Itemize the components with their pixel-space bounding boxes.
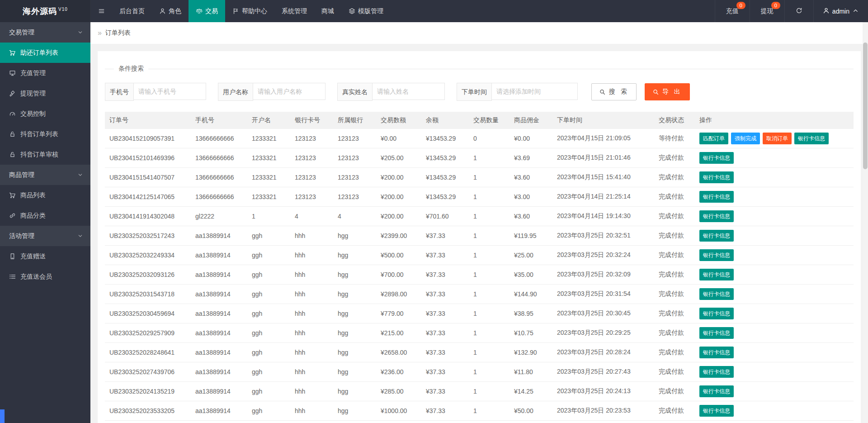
topnav-item-6[interactable]: 模版管理 <box>341 0 391 22</box>
bank-order-button[interactable]: 银行卡信息 <box>699 152 734 164</box>
bank-order-button[interactable]: 银行卡信息 <box>699 347 734 358</box>
search-field-input-2[interactable] <box>373 83 445 100</box>
sidebar-scrollbar-thumb[interactable] <box>0 409 5 423</box>
cell: 2023年03月25日 20:28:24 <box>552 343 654 362</box>
search-field-input-3[interactable] <box>492 83 578 100</box>
search-field-input-0[interactable] <box>134 83 206 100</box>
sidebar-item-12[interactable]: 充值送会员 <box>0 266 90 287</box>
menu-toggle-button[interactable] <box>91 0 112 22</box>
topnav-item-3[interactable]: 帮助中心 <box>225 0 274 22</box>
bank-order-button[interactable]: 银行卡信息 <box>699 288 734 300</box>
sidebar-group-10[interactable]: 活动管理 <box>0 226 90 246</box>
sidebar-label: 商品分类 <box>20 212 46 220</box>
cell: 2023年04月15日 21:09:05 <box>552 129 654 148</box>
cell: 2023年03月25日 20:32:51 <box>552 226 654 246</box>
order-id: UB2303252023533205 <box>105 401 191 421</box>
cell: ¥37.33 <box>421 265 469 285</box>
cell: ggh <box>247 265 290 285</box>
force-order-button[interactable]: 强制完成 <box>731 133 760 144</box>
table-row-2: UB23041515414075071366666666612333211231… <box>105 168 854 187</box>
bank-order-button[interactable]: 银行卡信息 <box>699 366 734 378</box>
col-header-7: 交易数量 <box>469 112 509 129</box>
table-row-12: UB2303252027439706aa13889914gghhhhhgg¥23… <box>105 362 854 382</box>
sidebar-item-1[interactable]: 助还订单列表 <box>0 43 90 63</box>
bank-order-button[interactable]: 银行卡信息 <box>699 405 734 417</box>
bank-order-button[interactable]: 银行卡信息 <box>699 327 734 339</box>
actions-cell: 银行卡信息 <box>695 382 854 401</box>
sidebar-item-6[interactable]: 抖音订单审核 <box>0 144 90 165</box>
cell: ¥38.95 <box>509 304 552 323</box>
topnav-item-label: 后台首页 <box>119 7 145 15</box>
cell: aa13889914 <box>191 401 247 421</box>
cell: 2023年03月25日 20:24:13 <box>552 382 654 401</box>
col-header-3: 银行卡号 <box>290 112 333 129</box>
cell: hgg <box>333 304 376 323</box>
cell: 2023年03月25日 20:27:43 <box>552 362 654 382</box>
cell: 2023年04月15日 21:01:46 <box>552 148 654 168</box>
cell: hgg <box>333 226 376 246</box>
cell: ¥13453.29 <box>421 148 469 168</box>
bank-order-button[interactable]: 银行卡信息 <box>699 210 734 222</box>
match-order-button[interactable]: 匹配订单 <box>699 133 728 144</box>
order-id: UB2304142125147065 <box>105 187 191 207</box>
bank-order-button[interactable]: 银行卡信息 <box>699 171 734 183</box>
vertical-scrollbar[interactable] <box>863 22 868 423</box>
topnav-item-0[interactable]: 后台首页 <box>112 0 152 22</box>
cell: ¥37.33 <box>421 304 469 323</box>
bank-order-button[interactable]: 银行卡信息 <box>794 133 829 144</box>
search-field-label: 用户名称 <box>218 83 253 101</box>
cell: 1 <box>469 285 509 304</box>
refresh-button[interactable] <box>784 0 813 22</box>
status-text: 完成付款 <box>654 323 695 343</box>
sidebar-item-4[interactable]: 交易控制 <box>0 104 90 124</box>
bank-order-button[interactable]: 银行卡信息 <box>699 385 734 397</box>
sidebar-item-8[interactable]: 商品列表 <box>0 185 90 205</box>
sidebar-item-2[interactable]: 充值管理 <box>0 63 90 83</box>
search-field-group-2: 真实姓名 <box>337 83 445 101</box>
cell: 123123 <box>333 148 376 168</box>
cell: hgg <box>333 323 376 343</box>
phone-icon <box>9 253 16 260</box>
cell: ¥25.00 <box>509 246 552 265</box>
status-text: 完成付款 <box>654 343 695 362</box>
topnav-item-2[interactable]: 交易 <box>189 0 225 22</box>
cell: 4 <box>290 207 333 226</box>
export-button[interactable]: 导 出 <box>645 83 690 100</box>
sidebar-item-5[interactable]: 抖音订单列表 <box>0 124 90 144</box>
col-header-2: 开户名 <box>247 112 290 129</box>
topnav-item-1[interactable]: 角色 <box>152 0 189 22</box>
user-menu[interactable]: admin <box>813 0 868 22</box>
cell: ¥35.00 <box>509 265 552 285</box>
sidebar-group-0[interactable]: 交易管理 <box>0 22 90 43</box>
topnav-item-4[interactable]: 系统管理 <box>274 0 314 22</box>
search-field-input-1[interactable] <box>253 83 326 100</box>
order-id: UB2303252028248641 <box>105 343 191 362</box>
topnav-item-5[interactable]: 商城 <box>314 0 341 22</box>
search-fieldset: 条件搜索 <box>105 65 854 73</box>
search-button[interactable]: 搜 索 <box>591 83 637 100</box>
withdraw-notice-button[interactable]: 提现 0 <box>750 0 784 22</box>
search-button-label: 搜 索 <box>609 88 629 96</box>
search-field-label: 手机号 <box>105 83 134 101</box>
sidebar-item-3[interactable]: 提现管理 <box>0 83 90 104</box>
recharge-notice-button[interactable]: 充值 0 <box>715 0 750 22</box>
bank-order-button[interactable]: 银行卡信息 <box>699 308 734 319</box>
topbar: 海外源码V10 后台首页角色交易帮助中心系统管理商城模版管理 充值 0 提现 0… <box>0 0 868 22</box>
bank-order-button[interactable]: 银行卡信息 <box>699 230 734 242</box>
topnav-item-label: 商城 <box>321 7 334 15</box>
table-row-8: UB2303252031543718aa13889914gghhhhhgg¥28… <box>105 285 854 304</box>
bank-order-button[interactable]: 银行卡信息 <box>699 191 734 203</box>
bank-order-button[interactable]: 银行卡信息 <box>699 249 734 261</box>
sidebar-item-9[interactable]: 商品分类 <box>0 205 90 226</box>
cell: 2023年03月25日 20:29:25 <box>552 323 654 343</box>
cell: 123123 <box>290 168 333 187</box>
cell: ¥37.33 <box>421 362 469 382</box>
sidebar-group-7[interactable]: 商品管理 <box>0 165 90 185</box>
sidebar-item-11[interactable]: 充值赠送 <box>0 246 90 266</box>
cancel-order-button[interactable]: 取消订单 <box>763 133 792 144</box>
vertical-scrollbar-thumb[interactable] <box>863 43 868 169</box>
cell: 123123 <box>290 187 333 207</box>
cell: xdd <box>333 421 376 423</box>
bank-order-button[interactable]: 银行卡信息 <box>699 269 734 280</box>
cell: hgg <box>333 343 376 362</box>
